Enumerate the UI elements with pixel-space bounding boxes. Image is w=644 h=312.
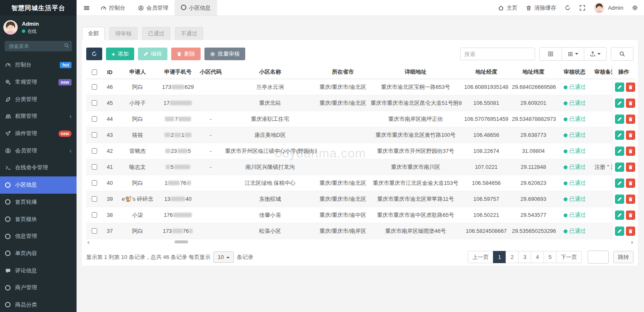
status-label: 已通过 [570,84,586,90]
delete-label: 删除 [184,50,195,58]
cell-community-name: 兰亭水云涧 [223,79,317,95]
panel: + 添加 编辑 删除 批量审核 [82,40,638,266]
filter-tab-3[interactable]: 不通过 [175,27,203,40]
filter-tab-2[interactable]: 已通过 [142,27,170,40]
edit-row-button[interactable] [615,115,624,124]
delete-row-button[interactable] [626,147,635,156]
sidebar-search-input[interactable] [5,41,72,51]
clear-cache-button[interactable]: 清除缓存 [526,4,556,12]
edit-row-button[interactable] [615,147,624,156]
edit-row-button[interactable] [615,179,624,188]
delete-row-button[interactable] [626,83,635,92]
sidebar-item-12[interactable]: 评论信息 [0,262,77,279]
delete-row-button[interactable] [626,163,635,172]
filter-tab-1[interactable]: 待审核 [109,27,138,40]
export-dropdown-button[interactable] [584,47,607,61]
edit-row-button[interactable] [615,195,624,204]
edit-row-button[interactable] [615,99,624,108]
edit-row-button[interactable] [615,211,624,220]
page-size-dropdown[interactable]: 10 [213,251,233,263]
edit-row-button[interactable] [615,83,624,92]
redacted-digits [178,117,191,121]
user-menu[interactable]: Admin [594,3,623,13]
settings-gear-icon[interactable] [632,5,638,11]
row-checkbox[interactable] [92,180,97,186]
delete-button[interactable]: 删除 [171,48,201,60]
delete-row-button[interactable] [626,131,635,140]
sidebar-item-1[interactable]: 常规管理new [0,74,77,91]
scrollbar-thumb[interactable] [175,240,188,243]
cell-region [317,111,369,127]
sidebar-item-4[interactable]: 插件管理new [0,125,77,142]
select-all-checkbox[interactable] [92,69,97,75]
delete-row-button[interactable] [626,179,635,188]
sidebar-item-8[interactable]: 首页轮播 [0,194,77,211]
sidebar-search [5,41,72,51]
row-checkbox[interactable] [92,196,97,202]
home-link[interactable]: 主页 [498,4,517,12]
batch-audit-button[interactable]: 批量审核 [204,48,245,60]
row-checkbox[interactable] [92,212,97,218]
row-checkbox[interactable] [92,84,97,90]
delete-row-button[interactable] [626,211,635,220]
topbar-tab-0[interactable]: 控制台 [94,0,132,16]
sidebar-item-11[interactable]: 单页内容 [0,245,77,262]
columns-dropdown-button[interactable] [562,47,584,61]
delete-row-button[interactable] [626,227,635,236]
cell-id: 45 [102,95,117,111]
sidebar-item-3[interactable]: 权限管理‹ [0,108,77,125]
jump-page-input[interactable] [588,251,609,264]
row-checkbox[interactable] [92,148,97,154]
table-search-input[interactable] [460,48,535,60]
cell-select [86,175,102,191]
scroll-left-arrow-icon[interactable] [87,241,89,244]
page-button-3[interactable]: 3 [518,251,531,263]
page-button-5[interactable]: 5 [543,251,557,263]
cell-phone: 17376 [158,223,198,239]
row-checkbox[interactable] [92,228,97,234]
search-submit-button[interactable] [611,47,633,61]
row-checkbox[interactable] [92,116,97,122]
horizontal-scrollbar[interactable] [86,240,634,245]
sidebar-item-0[interactable]: 控制台hot [0,56,77,74]
sidebar-item-label: 插件管理 [15,130,37,137]
row-checkbox[interactable] [92,164,97,170]
sidebar-item-13[interactable]: 商户管理 [0,279,77,296]
sidebar-item-label: 评论信息 [15,267,37,275]
jump-button[interactable]: 跳转 [613,251,633,263]
fullscreen-button[interactable] [579,5,586,11]
page-button-2[interactable]: 2 [506,251,519,263]
edit-row-button[interactable] [615,163,624,172]
prev-page-button[interactable]: 上一页 [468,251,493,263]
edit-row-button[interactable] [615,227,624,236]
page-button-4[interactable]: 4 [531,251,544,263]
delete-row-button[interactable] [626,99,635,108]
detail-view-button[interactable] [539,47,562,61]
sidebar-item-6[interactable]: 在线命令管理 [0,159,77,176]
row-checkbox[interactable] [92,100,97,106]
edit-row-button[interactable] [615,131,624,140]
sidebar-item-2[interactable]: 分类管理 [0,91,77,108]
scroll-right-arrow-icon[interactable] [631,241,633,244]
sidebar-item-14[interactable]: 商品分类 [0,296,77,312]
topbar-tab-1[interactable]: 会员管理 [132,0,175,16]
cell-community-name: 东衡槟城 [223,191,317,207]
sidebar-item-10[interactable]: 信息管理 [0,228,77,245]
sidebar-item-9[interactable]: 首页模块 [0,211,77,228]
cell-actions [612,111,635,127]
hamburger-menu-icon[interactable] [79,0,94,16]
delete-row-button[interactable] [626,195,635,204]
refresh-tab-button[interactable] [564,5,571,11]
sidebar-item-7[interactable]: 小区信息 [0,176,77,194]
filter-tab-0[interactable]: 全部 [82,27,105,40]
page-button-1[interactable]: 1 [493,251,506,263]
sidebar-item-5[interactable]: 会员管理‹ [0,142,77,159]
add-button[interactable]: + 添加 [106,48,134,60]
edit-button[interactable]: 编辑 [138,48,167,60]
column-header: 详细地址 [369,65,462,79]
next-page-button[interactable]: 下一页 [556,251,582,263]
topbar-tab-2[interactable]: 小区信息 [175,0,217,16]
delete-row-button[interactable] [626,115,635,124]
row-checkbox[interactable] [92,132,97,138]
refresh-button[interactable] [86,48,102,60]
